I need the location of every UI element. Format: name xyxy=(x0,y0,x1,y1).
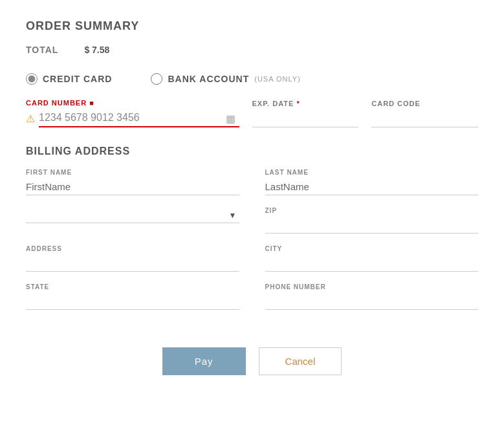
zip-input[interactable] xyxy=(265,217,479,234)
state-input[interactable] xyxy=(26,293,239,310)
state-field: STATE xyxy=(26,283,239,310)
bank-account-radio[interactable] xyxy=(151,73,162,85)
address-input[interactable] xyxy=(26,255,239,272)
warning-icon: ⚠ xyxy=(26,113,35,125)
total-value: $ 7.58 xyxy=(84,45,109,55)
city-label: CITY xyxy=(265,245,479,252)
buttons-row: Pay Cancel xyxy=(26,347,478,375)
bank-account-note: (USA ONLY) xyxy=(254,75,301,83)
card-number-label: CARD NUMBER ■ xyxy=(26,99,239,107)
card-number-required: ■ xyxy=(89,99,94,107)
payment-methods: CREDIT CARD BANK ACCOUNT (USA ONLY) xyxy=(26,73,478,85)
first-name-input[interactable] xyxy=(26,179,239,195)
first-name-field: FIRST NAME xyxy=(26,169,239,195)
exp-date-required: * xyxy=(296,100,300,107)
country-input-wrapper: United States Canada ▼ xyxy=(26,207,239,223)
country-select[interactable]: United States Canada xyxy=(26,207,239,223)
address-label: ADDRESS xyxy=(26,245,239,252)
city-field: CITY xyxy=(265,245,479,272)
card-icon: ▦ xyxy=(226,113,236,125)
last-name-field: LAST NAME xyxy=(265,169,479,195)
card-code-input[interactable] xyxy=(371,110,478,127)
card-number-group: CARD NUMBER ■ ⚠ ▦ xyxy=(26,99,239,127)
cancel-button[interactable]: Cancel xyxy=(259,347,342,375)
state-label: STATE xyxy=(26,283,239,290)
total-label: TOTAL xyxy=(26,45,58,55)
first-name-label: FIRST NAME xyxy=(26,169,239,176)
order-summary-title: ORDER SUMMARY xyxy=(26,19,478,33)
credit-card-radio[interactable] xyxy=(26,73,38,85)
zip-field: ZIP xyxy=(265,207,479,234)
card-fields: CARD NUMBER ■ ⚠ ▦ EXP. DATE * CARD CODE xyxy=(26,99,478,127)
card-code-label: CARD CODE xyxy=(371,100,478,107)
card-number-input[interactable] xyxy=(39,109,239,127)
credit-card-option[interactable]: CREDIT CARD xyxy=(26,73,112,85)
country-field: United States Canada ▼ xyxy=(26,207,239,234)
exp-date-group: EXP. DATE * xyxy=(252,100,359,127)
last-name-input[interactable] xyxy=(265,179,479,195)
credit-card-label: CREDIT CARD xyxy=(43,74,112,84)
last-name-label: LAST NAME xyxy=(265,169,479,176)
exp-date-input[interactable] xyxy=(252,110,359,127)
zip-label: ZIP xyxy=(265,207,479,214)
card-number-input-wrapper: ⚠ ▦ xyxy=(26,109,239,127)
billing-title: BILLING ADDRESS xyxy=(26,146,478,157)
phone-field: PHONE NUMBER xyxy=(265,283,479,310)
bank-account-option[interactable]: BANK ACCOUNT (USA ONLY) xyxy=(151,73,300,85)
city-input[interactable] xyxy=(265,255,479,272)
billing-grid: FIRST NAME LAST NAME United States Canad… xyxy=(26,169,478,321)
pay-button[interactable]: Pay xyxy=(162,347,246,375)
total-row: TOTAL $ 7.58 xyxy=(26,45,478,55)
phone-label: PHONE NUMBER xyxy=(265,283,479,290)
card-code-group: CARD CODE xyxy=(371,100,478,127)
address-field: ADDRESS xyxy=(26,245,239,272)
card-code-input-wrapper xyxy=(371,110,478,127)
exp-date-label: EXP. DATE * xyxy=(252,100,359,107)
bank-account-label: BANK ACCOUNT xyxy=(168,74,249,84)
exp-date-input-wrapper xyxy=(252,110,359,127)
phone-input[interactable] xyxy=(265,293,479,310)
